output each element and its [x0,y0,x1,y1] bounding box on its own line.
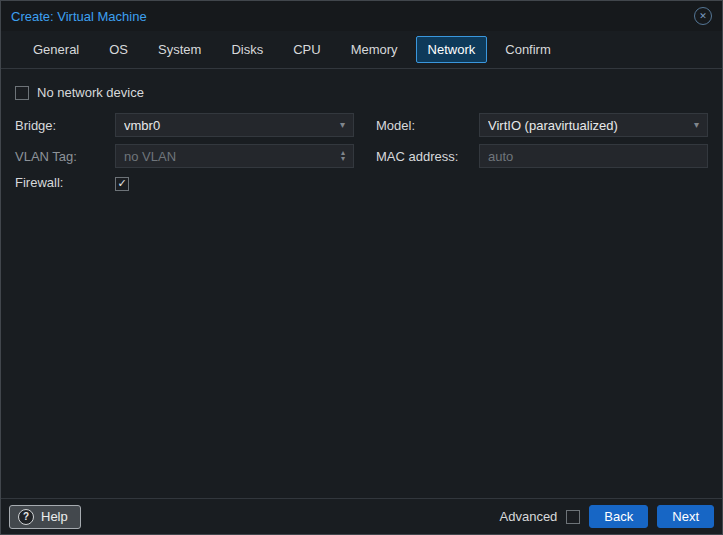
network-tab-panel: No network device Bridge: vmbr0 ▾ Model:… [1,68,722,498]
tab-network[interactable]: Network [416,36,488,63]
check-icon: ✓ [117,178,126,189]
caret-down-icon: ▾ [341,156,345,162]
bridge-label: Bridge: [15,118,115,133]
footer-actions: Advanced Back Next [500,505,714,528]
firewall-label: Firewall: [15,175,115,190]
no-network-device-checkbox[interactable] [15,86,29,100]
help-icon: ? [18,509,34,525]
model-value: VirtIO (paravirtualized) [488,118,688,133]
help-button[interactable]: ? Help [9,505,81,529]
tab-disks[interactable]: Disks [219,36,275,63]
spinner-icon: ▴ ▾ [341,150,345,162]
mac-address-label: MAC address: [354,149,479,164]
network-form: No network device Bridge: vmbr0 ▾ Model:… [15,85,708,191]
tab-general[interactable]: General [21,36,91,63]
firewall-checkbox-cell: ✓ [115,175,354,191]
chevron-down-icon: ▾ [340,120,345,130]
tab-system[interactable]: System [146,36,213,63]
no-network-device-label: No network device [37,85,144,100]
help-button-label: Help [41,509,68,524]
close-icon[interactable]: ✕ [694,7,712,25]
tab-confirm[interactable]: Confirm [493,36,563,63]
footer-bar: ? Help Advanced Back Next [1,498,722,534]
tab-bar: General OS System Disks CPU Memory Netwo… [1,31,722,68]
model-label: Model: [354,118,479,133]
bridge-value: vmbr0 [124,118,334,133]
mac-address-input[interactable]: auto [479,144,708,168]
advanced-checkbox[interactable] [566,510,580,524]
advanced-label: Advanced [500,509,558,524]
next-button[interactable]: Next [657,505,714,528]
model-select[interactable]: VirtIO (paravirtualized) ▾ [479,113,708,137]
dialog-title: Create: Virtual Machine [11,9,147,24]
bridge-select[interactable]: vmbr0 ▾ [115,113,354,137]
no-network-device-row: No network device [15,85,708,100]
create-vm-dialog: Create: Virtual Machine ✕ General OS Sys… [0,0,723,535]
firewall-checkbox[interactable]: ✓ [115,177,129,191]
vlan-tag-label: VLAN Tag: [15,149,115,164]
tab-cpu[interactable]: CPU [281,36,332,63]
vlan-tag-spinner[interactable]: no VLAN ▴ ▾ [115,144,354,168]
vlan-tag-placeholder: no VLAN [124,149,335,164]
mac-address-placeholder: auto [488,149,699,164]
chevron-down-icon: ▾ [694,120,699,130]
title-bar: Create: Virtual Machine ✕ [1,1,722,31]
tab-memory[interactable]: Memory [339,36,410,63]
back-button[interactable]: Back [589,505,648,528]
tab-os[interactable]: OS [97,36,140,63]
